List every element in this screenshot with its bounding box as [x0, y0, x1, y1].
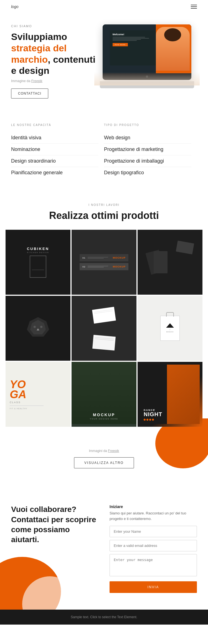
door-rail	[32, 270, 44, 270]
contact-form: INVIA	[110, 526, 197, 593]
cap-item[interactable]: Web design	[104, 132, 191, 144]
mockup1-card2: 02 MOCKUP	[80, 263, 128, 270]
portfolio-item-business-cards[interactable]	[72, 296, 136, 361]
mockup1-label1: 01	[82, 257, 85, 259]
mockup1-content: 01 MOCKUP 02 MOCKUP	[80, 254, 128, 270]
bag-content: 7MARZO	[138, 296, 202, 361]
cap-item[interactable]: Identità visiva	[11, 132, 98, 144]
cap-item[interactable]: Progettazione di marketing	[104, 144, 191, 155]
yoga-content: YOGA CLASS FIT & HEALTHY	[6, 362, 70, 427]
dance-text: DANCE NIGHT	[144, 409, 162, 421]
logo: logo	[11, 4, 18, 9]
mockup2-content: MOCKUP YOUR DESIGN HERE	[72, 362, 136, 424]
mockup1-card1: 01 MOCKUP	[80, 254, 128, 261]
contact-button[interactable]: CONTATTACI	[11, 89, 48, 99]
message-group	[110, 554, 197, 577]
portfolio-item-dance[interactable]: DANCE NIGHT	[138, 362, 202, 427]
screen-line	[113, 37, 145, 37]
portfolio-tag: I NOSTRI LAVORI	[11, 203, 197, 206]
portfolio-item-yoga[interactable]: YOGA CLASS FIT & HEALTHY	[6, 362, 70, 427]
mockup1-title2: MOCKUP	[113, 265, 126, 268]
mockup1-lines2	[88, 265, 111, 268]
bc2	[92, 335, 116, 351]
dance-content: DANCE NIGHT	[140, 365, 200, 424]
portfolio-grid: CUBIKEN KITCHEN DESIGN 01 MOCKUP	[0, 230, 208, 427]
card-tall2	[154, 251, 168, 273]
mockup1-title: MOCKUP	[113, 256, 126, 259]
yoga-sub-text: FIT & HEALTHY	[10, 408, 27, 410]
screen-card: Welcome! READ MORE	[110, 30, 156, 65]
portfolio-header: I NOSTRI LAVORI Realizza ottimi prodotti	[0, 203, 208, 221]
dark-cards-content	[144, 236, 196, 288]
bag-handle	[166, 312, 174, 317]
cap-col1-header: LE NOSTRE CAPACITÀ	[11, 123, 98, 127]
cap-col2-header: TIPO DI PROGETTO	[104, 123, 191, 127]
portfolio-footer: Immagini da Freepik VISUALIZZA ALTRO	[0, 443, 208, 477]
portfolio-item-lion[interactable]	[6, 296, 70, 361]
form-desc: Siamo qui per aiutare. Raccontaci un po'…	[110, 511, 197, 521]
hamburger-line	[191, 5, 197, 5]
portfolio-item-shopping-bag[interactable]: 7MARZO	[138, 296, 202, 361]
navbar: logo	[0, 0, 208, 13]
mockup1-label2: 02	[82, 266, 85, 268]
name-input[interactable]	[110, 526, 197, 537]
dance-night-text: NIGHT	[144, 411, 162, 417]
portfolio-blob-area	[0, 427, 208, 443]
message-input[interactable]	[110, 554, 197, 576]
laptop-container: Welcome! READ MORE	[103, 22, 197, 88]
yoga-class-label: CLASS	[10, 401, 21, 404]
dance-dots	[144, 419, 162, 421]
name-group	[110, 526, 197, 537]
capabilities-section: LE NOSTRE CAPACITÀ Identità visiva Nomin…	[0, 110, 208, 192]
hero-tag: CHI SIAMO	[11, 24, 97, 28]
card-wide	[176, 241, 194, 254]
hero-image-area: Welcome! READ MORE	[103, 22, 197, 88]
hamburger-line	[191, 8, 197, 9]
submit-button[interactable]: INVIA	[110, 581, 197, 593]
capabilities-col1: LE NOSTRE CAPACITÀ Identità visiva Nomin…	[11, 123, 104, 178]
mockup2-sub: YOUR DESIGN HERE	[90, 418, 118, 420]
hero-section: CHI SIAMO Sviluppiamo strategia del marc…	[0, 13, 208, 110]
cap-item[interactable]: Progettazione di imballaggi	[104, 155, 191, 167]
portfolio-title: Realizza ottimi prodotti	[11, 210, 197, 221]
hero-content: CHI SIAMO Sviluppiamo strategia del marc…	[11, 22, 97, 99]
cap-item[interactable]: Design tipografico	[104, 167, 191, 178]
email-input[interactable]	[110, 540, 197, 551]
cta-right: Iniziare Siamo qui per aiutare. Racconta…	[110, 504, 197, 593]
bag-shape: 7MARZO	[160, 316, 180, 341]
cubiken-text: CUBIKEN KITCHEN DESIGN	[27, 247, 49, 278]
cap-item[interactable]: Nominazione	[11, 144, 98, 155]
form-title: Iniziare	[110, 504, 197, 509]
cap-item[interactable]: Pianificazione generale	[11, 167, 98, 178]
portfolio-item-mockup2[interactable]: MOCKUP YOUR DESIGN HERE	[72, 362, 136, 427]
menu-toggle[interactable]	[191, 5, 197, 9]
screen-line	[113, 40, 137, 41]
lion-content	[6, 296, 70, 361]
mockup2-title: MOCKUP	[93, 413, 115, 417]
screen-welcome-text: Welcome!	[113, 33, 153, 36]
footer: Sample text. Click to select the Text El…	[0, 610, 208, 625]
portfolio-item-dark-cards[interactable]	[138, 230, 202, 295]
view-more-button[interactable]: VISUALIZZA ALTRO	[74, 457, 134, 468]
cubiken-sub: KITCHEN DESIGN	[27, 252, 49, 253]
bag-label: 7MARZO	[166, 329, 174, 333]
dance-orange-bg	[167, 365, 200, 424]
person-head	[164, 28, 181, 42]
portfolio-credit: Immagini da Freepik	[11, 449, 197, 453]
cubiken-name: CUBIKEN	[27, 247, 49, 251]
freepik-portfolio-link[interactable]: Freepik	[108, 449, 119, 453]
svg-point-3	[40, 326, 42, 328]
email-group	[110, 540, 197, 551]
portfolio-item-cubiken[interactable]: CUBIKEN KITCHEN DESIGN	[6, 230, 70, 295]
cap-item[interactable]: Design straordinario	[11, 155, 98, 167]
screen-line	[113, 39, 141, 40]
capabilities-col2: TIPO DI PROGETTO Web design Progettazion…	[104, 123, 197, 178]
bag-triangle	[166, 323, 174, 328]
yoga-big-text: YOGA	[10, 379, 26, 399]
mockup1-lines	[88, 256, 111, 259]
freepik-link[interactable]: Freepik	[31, 79, 42, 83]
cta-section: Vuoi collaborare? Contattaci per scoprir…	[0, 488, 208, 610]
cta-title: Vuoi collaborare? Contattaci per scoprir…	[11, 504, 98, 545]
screen-cta-btn: READ MORE	[113, 43, 128, 46]
portfolio-item-mockup1[interactable]: 01 MOCKUP 02 MOCKUP	[72, 230, 136, 295]
